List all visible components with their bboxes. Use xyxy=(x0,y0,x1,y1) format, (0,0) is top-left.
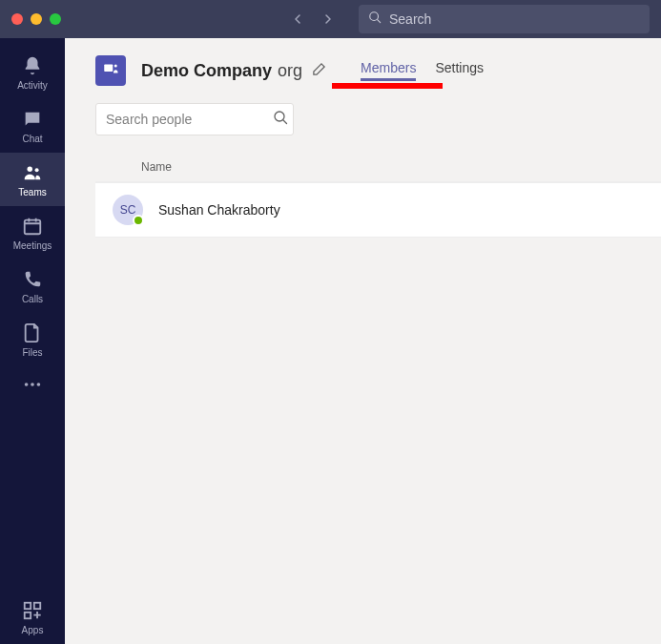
tab-settings[interactable]: Settings xyxy=(435,56,484,85)
back-button[interactable] xyxy=(286,8,309,31)
rail-files[interactable]: Files xyxy=(0,313,65,366)
svg-point-4 xyxy=(25,383,29,386)
chat-icon xyxy=(22,109,43,132)
calendar-icon xyxy=(22,216,43,239)
global-search-input[interactable] xyxy=(389,11,640,27)
svg-point-11 xyxy=(114,65,117,68)
org-suffix: org xyxy=(278,61,302,81)
svg-point-5 xyxy=(31,383,34,386)
window-controls xyxy=(11,13,61,25)
pencil-icon xyxy=(312,62,326,80)
history-nav xyxy=(286,8,340,31)
tabs: Members Settings xyxy=(361,56,484,85)
svg-rect-10 xyxy=(104,65,113,73)
search-people-input[interactable] xyxy=(106,112,273,127)
rail-label: Calls xyxy=(22,294,43,304)
column-name: Name xyxy=(141,160,172,174)
svg-point-2 xyxy=(35,168,39,172)
rail-more[interactable] xyxy=(0,366,65,405)
svg-point-1 xyxy=(28,166,33,172)
member-name: Sushan Chakraborty xyxy=(158,202,280,218)
presence-available-icon xyxy=(133,215,144,226)
rail-activity[interactable]: Activity xyxy=(0,46,65,99)
teams-icon xyxy=(22,162,43,185)
svg-point-12 xyxy=(275,112,284,121)
tab-members[interactable]: Members xyxy=(361,56,416,85)
page-header: Demo Company org Members Settings xyxy=(65,38,661,86)
rail-label: Apps xyxy=(22,625,44,635)
rail-apps[interactable]: Apps xyxy=(0,591,65,644)
rail-label: Teams xyxy=(18,187,46,197)
search-people[interactable] xyxy=(95,103,294,135)
avatar: SC xyxy=(113,195,143,225)
svg-rect-3 xyxy=(25,219,41,234)
org-tile xyxy=(95,55,126,86)
titlebar xyxy=(0,0,661,38)
bell-icon xyxy=(22,55,43,78)
rail-teams[interactable]: Teams xyxy=(0,153,65,206)
app-rail: Activity Chat Teams Meetings Calls xyxy=(0,38,65,644)
svg-rect-9 xyxy=(25,612,31,617)
apps-icon xyxy=(22,600,43,623)
window-minimize[interactable] xyxy=(31,13,42,25)
global-search[interactable] xyxy=(359,5,650,33)
svg-point-0 xyxy=(370,12,379,21)
window-zoom[interactable] xyxy=(50,13,61,25)
search-icon xyxy=(368,10,382,28)
forward-button[interactable] xyxy=(317,8,340,31)
rail-label: Files xyxy=(22,347,42,358)
file-icon xyxy=(22,322,43,345)
org-name: Demo Company xyxy=(141,61,272,81)
rail-label: Activity xyxy=(17,80,48,91)
svg-rect-7 xyxy=(25,602,31,608)
table-header: Name xyxy=(95,153,661,182)
rail-label: Chat xyxy=(22,134,42,144)
window-close[interactable] xyxy=(11,13,23,25)
edit-button[interactable] xyxy=(312,62,326,80)
rail-label: Meetings xyxy=(13,240,52,251)
phone-icon xyxy=(22,269,43,292)
rail-calls[interactable]: Calls xyxy=(0,260,65,313)
svg-rect-8 xyxy=(34,602,40,608)
org-icon xyxy=(102,60,119,81)
rail-meetings[interactable]: Meetings xyxy=(0,206,65,260)
org-title: Demo Company org xyxy=(141,61,302,81)
search-icon xyxy=(273,110,288,129)
main-content: Demo Company org Members Settings Name xyxy=(65,38,661,644)
svg-point-6 xyxy=(37,383,41,386)
rail-chat[interactable]: Chat xyxy=(0,99,65,153)
more-icon xyxy=(22,374,43,397)
member-row[interactable]: SC Sushan Chakraborty xyxy=(95,183,661,238)
